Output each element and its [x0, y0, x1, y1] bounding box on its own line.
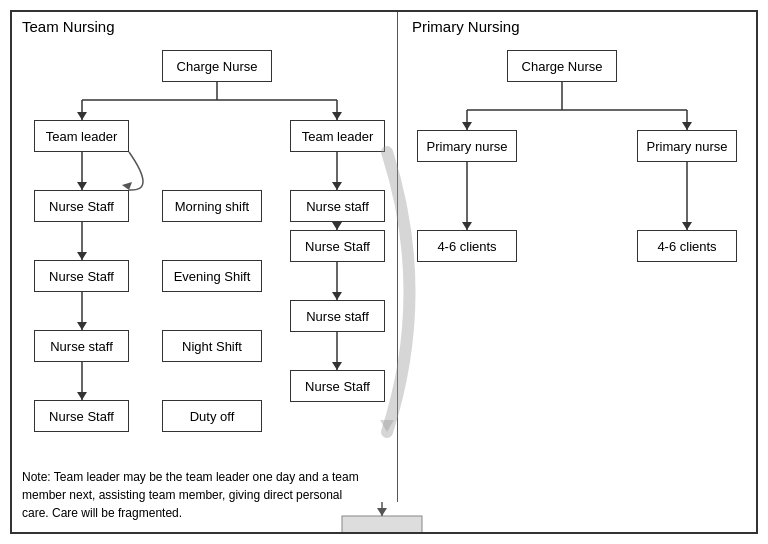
left-team-leader-1-box: Team leader [34, 120, 129, 152]
left-nurse-staff-6-box: Nurse Staff [290, 230, 385, 262]
duty-off-box: Duty off [162, 400, 262, 432]
svg-marker-36 [377, 508, 387, 516]
left-nurse-staff-3-box: Nurse staff [34, 330, 129, 362]
svg-marker-12 [77, 322, 87, 330]
svg-marker-22 [332, 362, 342, 370]
right-section-title: Primary Nursing [412, 18, 520, 35]
left-charge-nurse-box: Charge Nurse [162, 50, 272, 82]
svg-marker-37 [380, 420, 394, 432]
svg-marker-23 [122, 182, 132, 190]
left-nurse-staff-1-box: Nurse Staff [34, 190, 129, 222]
right-clients-1-box: 4-6 clients [417, 230, 517, 262]
svg-marker-16 [332, 182, 342, 190]
left-team-leader-2-box: Team leader [290, 120, 385, 152]
svg-marker-27 [462, 122, 472, 130]
left-nurse-staff-7-box: Nurse staff [290, 300, 385, 332]
right-charge-nurse-box: Charge Nurse [507, 50, 617, 82]
left-nurse-staff-2-box: Nurse Staff [34, 260, 129, 292]
left-section-title: Team Nursing [22, 18, 115, 35]
evening-shift-box: Evening Shift [162, 260, 262, 292]
svg-marker-18 [332, 222, 342, 230]
svg-marker-10 [77, 252, 87, 260]
right-primary-nurse-1-box: Primary nurse [417, 130, 517, 162]
svg-marker-3 [77, 112, 87, 120]
left-nurse-staff-5-box: Nurse staff [290, 190, 385, 222]
left-nurse-staff-4-box: Nurse Staff [34, 400, 129, 432]
right-primary-nurse-2-box: Primary nurse [637, 130, 737, 162]
svg-marker-8 [77, 182, 87, 190]
svg-marker-20 [332, 292, 342, 300]
svg-marker-6 [332, 112, 342, 120]
svg-marker-29 [682, 122, 692, 130]
svg-marker-14 [77, 392, 87, 400]
right-clients-2-box: 4-6 clients [637, 230, 737, 262]
svg-marker-33 [682, 222, 692, 230]
diagram-container: Team Nursing Primary Nursing Charge Nurs… [10, 10, 758, 534]
section-divider [397, 12, 398, 502]
svg-marker-31 [462, 222, 472, 230]
night-shift-box: Night Shift [162, 330, 262, 362]
note-text: Note: Team leader may be the team leader… [22, 468, 362, 522]
left-nurse-staff-8-box: Nurse Staff [290, 370, 385, 402]
morning-shift-box: Morning shift [162, 190, 262, 222]
